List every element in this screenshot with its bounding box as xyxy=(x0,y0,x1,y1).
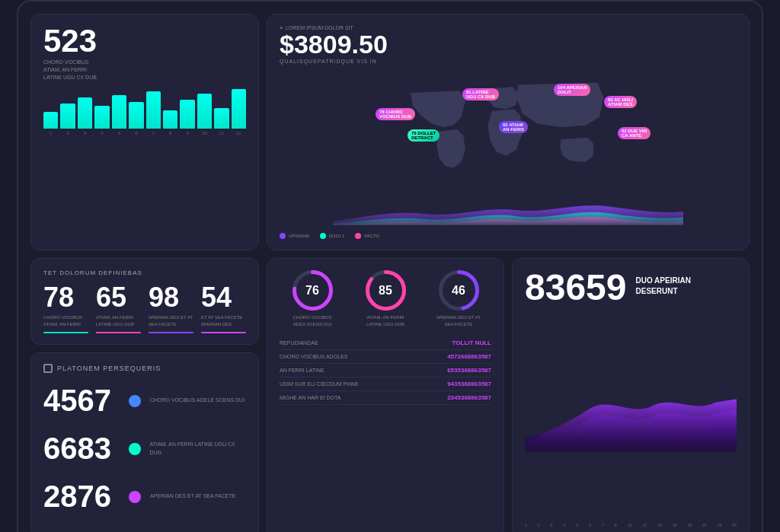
table-cell-label: CHORO VOCIBUS ADOLES xyxy=(280,350,415,364)
list-item: 2876 APERIAN DES ET AT SEA FACETE xyxy=(43,479,246,514)
circles-row: 76 CHORO VOCIBUS ADEA SCENS DUI 85 ATIAM… xyxy=(280,269,491,327)
bar-chart-number: 523 xyxy=(43,25,246,57)
list-dot xyxy=(129,443,141,455)
stat-bar xyxy=(96,332,141,333)
stat-label: ET AT SEA FACETE APERIAN DES xyxy=(201,314,246,327)
area-x-label: 30 xyxy=(732,523,737,527)
circle-label: ATIAM, AN FERRI LATINE UGU DUB xyxy=(363,314,408,327)
legend-item: DOGI 1 xyxy=(320,233,344,239)
stat-number: 65 xyxy=(96,284,141,311)
stat-item: 65 ATIAM, AN FERRI LATINE UGU DUB xyxy=(96,284,141,333)
stat-label: ATIAM, AN FERRI LATINE UGU DUB xyxy=(96,314,141,327)
bar-label: 5 xyxy=(112,131,126,135)
area-x-label: 3 xyxy=(551,523,553,527)
area-x-label: 5 xyxy=(576,523,578,527)
list-item: 4567 CHORO VOCIBUS ADELE SCENS DUI xyxy=(43,384,246,418)
area-x-label: 14 xyxy=(657,523,662,527)
map-area-chart xyxy=(280,195,737,228)
area-x-label: 16 xyxy=(673,523,677,527)
stat-number: 78 xyxy=(43,284,88,311)
table-row: MIGHE AN HAR EI DOTA 2345368863587 xyxy=(280,391,491,405)
list-number: 4567 xyxy=(43,384,120,418)
circle-number: 76 xyxy=(305,284,319,298)
stat-label: CHORO VOCIBUS ATIAM, AN FERRI xyxy=(43,314,88,327)
stat-number: 98 xyxy=(149,284,193,311)
bar-label: 11 xyxy=(214,131,229,135)
stat-number: 54 xyxy=(201,284,246,311)
bar-chart-labels: 123456789101112 xyxy=(43,131,246,135)
circle-wrapper: 46 xyxy=(438,269,480,311)
stat-bar xyxy=(149,332,193,333)
table-row: REPUDIANDAE TOLLIT NULL xyxy=(280,336,491,350)
list-desc: APERIAN DES ET AT SEA FACETE xyxy=(150,492,235,501)
bar-item xyxy=(60,104,75,129)
bar-label: 7 xyxy=(146,131,161,135)
area-x-label: 7 xyxy=(602,523,604,527)
area-header: 83659 DUO APEIRIAN DESERUNT xyxy=(525,269,737,306)
stats-title: TET DOLORUM DEFINIEBAS xyxy=(43,269,246,276)
circle-item: 46 APERIAN DES ET AT SEA FACETE xyxy=(436,269,481,327)
legend-item: PACTO xyxy=(355,233,379,239)
bar-label: 1 xyxy=(43,131,58,135)
bar-item xyxy=(197,94,212,129)
table-cell-label: MIGHE AN HAR EI DOTA xyxy=(280,391,415,405)
map-pin-3: 104 APERIANDOLIT xyxy=(554,84,590,96)
circle-wrapper: 76 xyxy=(292,269,334,311)
bar-item xyxy=(163,110,177,129)
list-dot xyxy=(129,395,141,407)
area-big-number: 83659 xyxy=(525,269,626,306)
stat-label: APERIAN DES ET AT SEA FACETE xyxy=(149,314,193,327)
table-cell-value: 2345368863587 xyxy=(415,391,491,405)
dashboard-container: 523 CHORO VOCIBUSATIAM, AN FERRILATINE U… xyxy=(17,0,763,532)
area-x-labels: 123456781012141618202530 xyxy=(525,523,737,527)
stats-card: TET DOLORUM DEFINIEBAS 78 CHORO VOCIBUS … xyxy=(30,258,259,345)
circle-item: 85 ATIAM, AN FERRI LATINE UGU DUB xyxy=(363,269,408,327)
stat-item: 54 ET AT SEA FACETE APERIAN DES xyxy=(201,284,246,333)
list-number: 6683 xyxy=(43,432,120,466)
bar-chart-subtitle: CHORO VOCIBUSATIAM, AN FERRILATINE UGU C… xyxy=(43,59,246,81)
table-cell-value: 6535368863587 xyxy=(415,364,491,377)
area-x-label: 10 xyxy=(628,523,632,527)
stat-bar xyxy=(43,332,88,333)
map-legend: UPSWAM DOGI 1 PACTO xyxy=(280,233,737,239)
table-row: AN FERRI LATINE 6535368863587 xyxy=(280,364,491,377)
map-price: $3809.50 xyxy=(280,30,737,59)
stat-bar xyxy=(201,332,246,333)
map-area-svg xyxy=(280,195,737,225)
data-table: REPUDIANDAE TOLLIT NULL CHORO VOCIBUS AD… xyxy=(280,336,491,405)
bar-item xyxy=(43,112,58,129)
bar-item xyxy=(180,100,194,129)
map-card: LOREM IPSUM DOLOR SIT $3809.50 QUALISQUE… xyxy=(267,14,750,250)
bar-item xyxy=(214,108,229,129)
table-row: UDIM SUR ELI CIECDUM PHIMI 9435368863587 xyxy=(280,377,491,391)
bar-item xyxy=(94,106,109,129)
circle-number: 46 xyxy=(452,284,465,298)
list-desc: ATIAM, AN FERRI LATINE UGU CX DUG xyxy=(150,441,246,457)
map-pin-2: 81 LATINEUGU CX DUB xyxy=(462,88,499,100)
legend-dot xyxy=(280,233,286,239)
area-x-label: 6 xyxy=(589,523,591,527)
stat-item: 98 APERIAN DES ET AT SEA FACETE xyxy=(149,284,193,333)
legend-label: UPSWAM xyxy=(289,234,309,238)
map-pin-7: 82 DUE VMICA ANTE xyxy=(618,127,651,139)
table-cell-label: UDIM SUR ELI CIECDUM PHIMI xyxy=(280,377,415,391)
list-card: PLATONEM PERSEQUERIS 4567 CHORO VOCIBUS … xyxy=(30,352,259,532)
list-desc: CHORO VOCIBUS ADELE SCENS DUI xyxy=(150,397,245,405)
area-x-label: 1 xyxy=(525,523,527,527)
map-pin-1: 78 CHOROVOCIBUS DUB xyxy=(376,108,415,120)
legend-dot xyxy=(320,233,326,239)
circle-number: 85 xyxy=(379,284,392,298)
area-x-label: 12 xyxy=(643,523,647,527)
map-description: QUALISQUEPATRIDQUE VIS IN xyxy=(280,59,737,64)
area-x-label: 25 xyxy=(718,523,722,527)
bar-item xyxy=(232,89,246,129)
table-cell-label: AN FERRI LATINE xyxy=(280,364,415,377)
area-x-label: 4 xyxy=(564,523,566,527)
circle-item: 76 CHORO VOCIBUS ADEA SCENS DUI xyxy=(289,269,335,327)
list-item: 6683 ATIAM, AN FERRI LATINE UGU CX DUG xyxy=(43,432,246,466)
legend-dot xyxy=(355,233,361,239)
area-x-label: 8 xyxy=(615,523,617,527)
legend-item: UPSWAM xyxy=(280,233,309,239)
bar-label: 2 xyxy=(60,131,75,135)
map-header: LOREM IPSUM DOLOR SIT $3809.50 QUALISQUE… xyxy=(280,25,737,64)
